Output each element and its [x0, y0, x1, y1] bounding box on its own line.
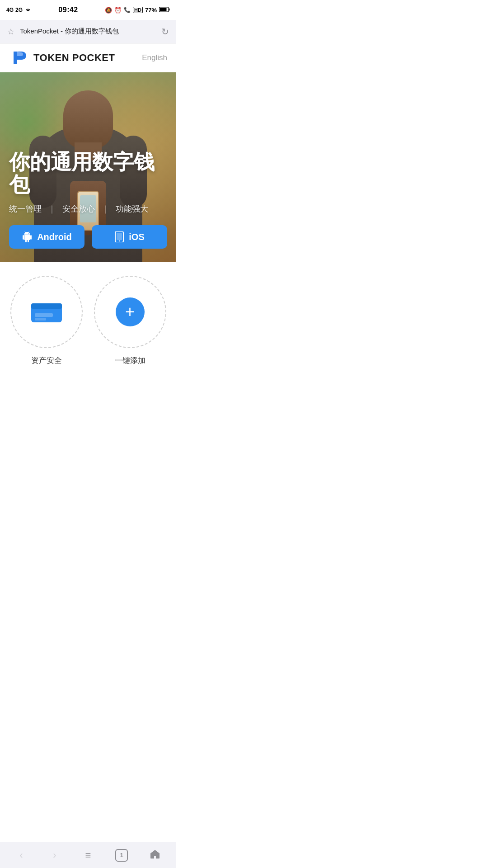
svg-rect-5: [117, 233, 122, 240]
feature-label-add: 一键添加: [115, 355, 145, 366]
feature-label-wallet: 资产安全: [31, 355, 62, 366]
plus-symbol: +: [125, 304, 135, 320]
reload-icon[interactable]: ↻: [161, 26, 169, 37]
svg-rect-9: [35, 313, 53, 317]
svg-rect-1: [169, 8, 170, 10]
features-grid: 资产安全 + 一键添加: [9, 276, 167, 366]
svg-rect-8: [31, 303, 62, 309]
android-download-button[interactable]: Android: [9, 225, 84, 249]
logo-icon: [9, 48, 29, 68]
signal-2g: 2G: [15, 7, 23, 13]
browser-url: TokenPocket - 你的通用数字钱包: [20, 27, 156, 36]
divider-1: ｜: [48, 203, 56, 214]
hero-subtitle: 统一管理 ｜ 安全放心 ｜ 功能强大: [9, 203, 167, 214]
hero-title: 你的通用数字钱包: [9, 151, 167, 196]
battery-icon: [159, 7, 170, 14]
logo-text: TOKEN POCKET: [33, 52, 115, 64]
status-time: 09:42: [58, 6, 78, 14]
battery-percent: 77%: [145, 7, 157, 14]
alarm-icon: 🔕: [105, 7, 112, 14]
call-icon: 📞: [124, 7, 131, 13]
hero-content: 你的通用数字钱包 统一管理 ｜ 安全放心 ｜ 功能强大 Android: [0, 72, 176, 262]
feature-card-wallet: 资产安全: [9, 276, 84, 366]
ios-icon: [114, 231, 124, 242]
plus-icon-circle: +: [116, 297, 145, 326]
hd-badge: HD: [133, 7, 143, 13]
divider-2: ｜: [101, 203, 109, 214]
browser-bar: ☆ TokenPocket - 你的通用数字钱包 ↻: [0, 20, 176, 43]
bookmark-icon[interactable]: ☆: [7, 27, 14, 37]
status-left: 4G 2G: [6, 7, 32, 14]
feature-card-add: + 一键添加: [93, 276, 167, 366]
status-right: 🔕 ⏰ 📞 HD 77%: [105, 7, 170, 14]
nav-header: TOKEN POCKET English: [0, 43, 176, 72]
feature-circle-add: +: [94, 276, 166, 348]
android-label: Android: [37, 232, 72, 242]
svg-point-6: [119, 241, 120, 241]
svg-rect-10: [35, 318, 46, 321]
subtitle-3: 功能强大: [116, 203, 148, 214]
status-bar: 4G 2G 09:42 🔕 ⏰ 📞 HD 77%: [0, 0, 176, 20]
svg-rect-2: [160, 8, 167, 11]
signal-4g: 4G: [6, 7, 14, 13]
subtitle-2: 安全放心: [62, 203, 95, 214]
wifi-icon: [24, 7, 32, 14]
logo-area: TOKEN POCKET: [9, 48, 115, 68]
subtitle-1: 统一管理: [9, 203, 42, 214]
features-section: 资产安全 + 一键添加: [0, 262, 176, 375]
wallet-icon: [30, 300, 63, 324]
ios-download-button[interactable]: iOS: [92, 225, 167, 249]
hero-section: 你的通用数字钱包 统一管理 ｜ 安全放心 ｜ 功能强大 Android: [0, 72, 176, 262]
download-buttons: Android iOS: [9, 225, 167, 249]
bottom-spacer: [0, 375, 176, 401]
ios-label: iOS: [129, 232, 144, 242]
android-icon: [22, 231, 33, 242]
feature-circle-wallet: [10, 276, 83, 348]
language-button[interactable]: English: [142, 53, 167, 62]
clock-icon: ⏰: [114, 7, 122, 14]
